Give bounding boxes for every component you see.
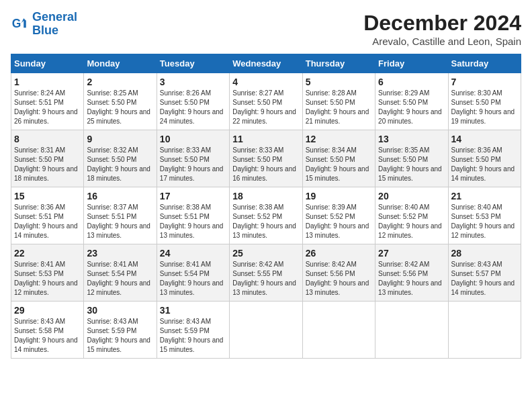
calendar-cell: 11Sunrise: 8:33 AM Sunset: 5:50 PM Dayli… [230,130,302,187]
calendar-cell: 16Sunrise: 8:37 AM Sunset: 5:51 PM Dayli… [84,187,157,244]
day-info: Sunrise: 8:34 AM Sunset: 5:50 PM Dayligh… [306,146,372,183]
day-number: 1 [14,77,81,87]
day-info: Sunrise: 8:32 AM Sunset: 5:50 PM Dayligh… [87,146,153,183]
calendar-cell: 18Sunrise: 8:38 AM Sunset: 5:52 PM Dayli… [230,187,302,244]
day-number: 14 [451,134,518,144]
calendar-cell [302,302,375,359]
day-number: 9 [87,134,153,144]
day-number: 22 [14,248,81,259]
logo-text: General Blue [32,11,77,38]
page-header: G General Blue December 2024 Arevalo, Ca… [11,11,521,47]
calendar-cell: 26Sunrise: 8:42 AM Sunset: 5:56 PM Dayli… [302,244,375,302]
day-info: Sunrise: 8:42 AM Sunset: 5:56 PM Dayligh… [306,260,372,298]
calendar-cell: 31Sunrise: 8:43 AM Sunset: 5:59 PM Dayli… [157,302,229,359]
day-number: 6 [378,77,445,87]
day-info: Sunrise: 8:41 AM Sunset: 5:54 PM Dayligh… [160,260,226,298]
day-number: 8 [14,134,81,144]
day-info: Sunrise: 8:31 AM Sunset: 5:50 PM Dayligh… [14,146,81,183]
day-info: Sunrise: 8:36 AM Sunset: 5:50 PM Dayligh… [451,146,518,183]
calendar-cell: 14Sunrise: 8:36 AM Sunset: 5:50 PM Dayli… [448,130,521,187]
calendar-cell: 8Sunrise: 8:31 AM Sunset: 5:50 PM Daylig… [11,130,84,187]
calendar-table: SundayMondayTuesdayWednesdayThursdayFrid… [11,54,521,359]
day-number: 11 [232,134,299,144]
calendar-cell [448,302,521,359]
calendar-cell: 12Sunrise: 8:34 AM Sunset: 5:50 PM Dayli… [302,130,375,187]
calendar-cell: 4Sunrise: 8:27 AM Sunset: 5:50 PM Daylig… [230,73,302,130]
day-number: 27 [378,248,445,259]
col-header-thursday: Thursday [302,54,375,73]
calendar-week-row: 29Sunrise: 8:43 AM Sunset: 5:58 PM Dayli… [11,302,521,359]
calendar-week-row: 1Sunrise: 8:24 AM Sunset: 5:51 PM Daylig… [11,73,521,130]
calendar-cell: 17Sunrise: 8:38 AM Sunset: 5:51 PM Dayli… [157,187,229,244]
logo-icon: G [11,15,30,34]
day-info: Sunrise: 8:40 AM Sunset: 5:53 PM Dayligh… [451,203,518,240]
calendar-cell: 19Sunrise: 8:39 AM Sunset: 5:52 PM Dayli… [302,187,375,244]
day-info: Sunrise: 8:29 AM Sunset: 5:50 PM Dayligh… [378,89,445,126]
logo: G General Blue [11,11,77,38]
calendar-cell: 27Sunrise: 8:42 AM Sunset: 5:56 PM Dayli… [375,244,448,302]
day-info: Sunrise: 8:41 AM Sunset: 5:54 PM Dayligh… [87,260,153,298]
day-info: Sunrise: 8:43 AM Sunset: 5:58 PM Dayligh… [14,317,81,355]
calendar-cell: 1Sunrise: 8:24 AM Sunset: 5:51 PM Daylig… [11,73,84,130]
calendar-week-row: 8Sunrise: 8:31 AM Sunset: 5:50 PM Daylig… [11,130,521,187]
day-number: 29 [14,305,81,316]
calendar-cell [230,302,302,359]
day-number: 4 [232,77,299,87]
day-info: Sunrise: 8:28 AM Sunset: 5:50 PM Dayligh… [306,89,372,126]
day-info: Sunrise: 8:25 AM Sunset: 5:50 PM Dayligh… [87,89,153,126]
day-info: Sunrise: 8:41 AM Sunset: 5:53 PM Dayligh… [14,260,81,298]
calendar-cell: 10Sunrise: 8:33 AM Sunset: 5:50 PM Dayli… [157,130,229,187]
day-info: Sunrise: 8:42 AM Sunset: 5:56 PM Dayligh… [378,260,445,298]
day-number: 24 [160,248,226,259]
day-number: 23 [87,248,153,259]
calendar-header-row: SundayMondayTuesdayWednesdayThursdayFrid… [11,54,521,73]
svg-marker-1 [21,18,29,28]
calendar-cell: 20Sunrise: 8:40 AM Sunset: 5:52 PM Dayli… [375,187,448,244]
calendar-cell: 29Sunrise: 8:43 AM Sunset: 5:58 PM Dayli… [11,302,84,359]
day-number: 21 [451,191,518,201]
title-block: December 2024 Arevalo, Castille and Leon… [363,11,521,47]
day-info: Sunrise: 8:26 AM Sunset: 5:50 PM Dayligh… [160,89,226,126]
svg-text:G: G [12,17,21,30]
calendar-cell: 22Sunrise: 8:41 AM Sunset: 5:53 PM Dayli… [11,244,84,302]
subtitle: Arevalo, Castille and Leon, Spain [363,36,521,47]
day-info: Sunrise: 8:43 AM Sunset: 5:57 PM Dayligh… [451,260,518,298]
col-header-sunday: Sunday [11,54,84,73]
day-number: 3 [160,77,226,87]
calendar-cell: 2Sunrise: 8:25 AM Sunset: 5:50 PM Daylig… [84,73,157,130]
calendar-cell: 15Sunrise: 8:36 AM Sunset: 5:51 PM Dayli… [11,187,84,244]
day-number: 19 [306,191,372,201]
main-title: December 2024 [363,11,521,36]
day-number: 12 [306,134,372,144]
col-header-friday: Friday [375,54,448,73]
day-info: Sunrise: 8:39 AM Sunset: 5:52 PM Dayligh… [306,203,372,240]
day-info: Sunrise: 8:30 AM Sunset: 5:50 PM Dayligh… [451,89,518,126]
calendar-cell: 28Sunrise: 8:43 AM Sunset: 5:57 PM Dayli… [448,244,521,302]
day-info: Sunrise: 8:38 AM Sunset: 5:52 PM Dayligh… [232,203,299,240]
calendar-cell: 9Sunrise: 8:32 AM Sunset: 5:50 PM Daylig… [84,130,157,187]
day-number: 25 [232,248,299,259]
day-number: 17 [160,191,226,201]
day-info: Sunrise: 8:40 AM Sunset: 5:52 PM Dayligh… [378,203,445,240]
day-info: Sunrise: 8:43 AM Sunset: 5:59 PM Dayligh… [160,317,226,355]
day-info: Sunrise: 8:36 AM Sunset: 5:51 PM Dayligh… [14,203,81,240]
day-number: 20 [378,191,445,201]
calendar-cell: 6Sunrise: 8:29 AM Sunset: 5:50 PM Daylig… [375,73,448,130]
calendar-cell: 5Sunrise: 8:28 AM Sunset: 5:50 PM Daylig… [302,73,375,130]
col-header-tuesday: Tuesday [157,54,229,73]
calendar-week-row: 15Sunrise: 8:36 AM Sunset: 5:51 PM Dayli… [11,187,521,244]
day-info: Sunrise: 8:42 AM Sunset: 5:55 PM Dayligh… [232,260,299,298]
calendar-cell: 3Sunrise: 8:26 AM Sunset: 5:50 PM Daylig… [157,73,229,130]
day-number: 5 [306,77,372,87]
day-number: 26 [306,248,372,259]
day-info: Sunrise: 8:33 AM Sunset: 5:50 PM Dayligh… [160,146,226,183]
calendar-cell: 30Sunrise: 8:43 AM Sunset: 5:59 PM Dayli… [84,302,157,359]
day-info: Sunrise: 8:24 AM Sunset: 5:51 PM Dayligh… [14,89,81,126]
day-number: 31 [160,305,226,316]
day-number: 7 [451,77,518,87]
day-number: 2 [87,77,153,87]
day-info: Sunrise: 8:35 AM Sunset: 5:50 PM Dayligh… [378,146,445,183]
col-header-wednesday: Wednesday [230,54,302,73]
day-info: Sunrise: 8:27 AM Sunset: 5:50 PM Dayligh… [232,89,299,126]
day-number: 15 [14,191,81,201]
